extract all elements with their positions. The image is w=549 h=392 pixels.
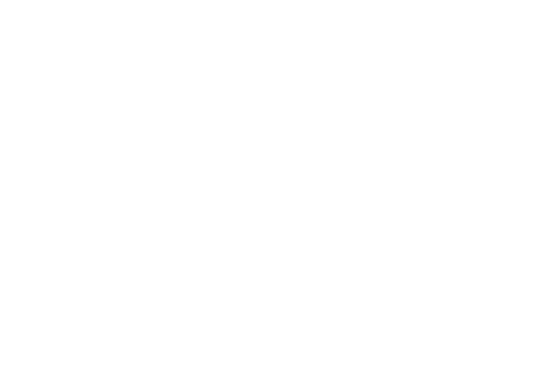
chart <box>0 0 549 392</box>
plot-area <box>39 24 361 345</box>
